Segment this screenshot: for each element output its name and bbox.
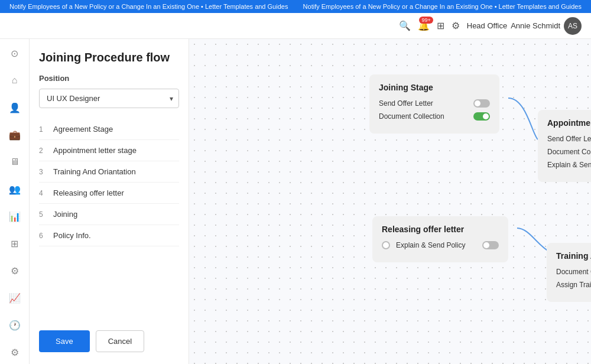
appointment-task-send-offer: Send Offer Letter xyxy=(547,135,591,143)
sidebar: ⊙ ⌂ 👤 💼 🖥 👥 📊 ⊞ ⚙ 📈 🕐 ⚙ 📢 📉 👤 ★ xyxy=(0,39,30,364)
sidebar-item-clock[interactable]: 🕐 xyxy=(7,317,23,333)
stage-list-item[interactable]: 1 Agreement Stage xyxy=(39,119,179,140)
stage-list-item[interactable]: 4 Releasing offer letter xyxy=(39,183,179,204)
training-task-doc-collection-label: Document Collection xyxy=(556,268,591,276)
sidebar-item-briefcase[interactable]: 💼 xyxy=(7,126,23,143)
appointment-stage-title: Appointment letter Stage xyxy=(547,118,591,128)
appointment-stage-card: Appointment letter Stage Send Offer Lett… xyxy=(538,110,591,182)
appointment-task-doc-collection-label: Document Collection xyxy=(547,148,591,156)
appointment-task-doc-collection: Document Collection xyxy=(547,148,591,156)
stage-name: Training And Oriantation xyxy=(53,167,136,176)
bell-icon[interactable]: 🔔 99+ xyxy=(418,20,430,31)
stage-name: Joining xyxy=(53,210,77,219)
clock-sidebar-icon: 🕐 xyxy=(9,319,21,331)
joining-send-offer-toggle[interactable] xyxy=(473,99,490,108)
joining-task-send-offer-label: Send Offer Letter xyxy=(379,99,467,108)
stage-num: 5 xyxy=(39,210,47,219)
footer-buttons: Save Cancel xyxy=(39,330,179,352)
sidebar-item-monitor[interactable]: 🖥 xyxy=(7,154,23,170)
stage-list-item[interactable]: 6 Policy Info. xyxy=(39,225,179,246)
header: 🔍 🔔 99+ ⊞ ⚙ Head Office Annie Schmidt AS xyxy=(0,13,591,39)
releasing-task-explain-policy: Explain & Send Policy xyxy=(382,241,499,249)
sidebar-logo[interactable]: ⊙ xyxy=(7,45,23,61)
joining-doc-collection-toggle[interactable] xyxy=(473,112,490,121)
position-select-wrapper: UI UX Designer ▾ xyxy=(39,89,179,108)
sidebar-item-bar-chart[interactable]: 📈 xyxy=(7,290,23,306)
grid-sidebar-icon: ⊞ xyxy=(9,238,21,249)
position-select[interactable]: UI UX Designer xyxy=(39,89,179,108)
settings-header-icon[interactable]: ⚙ xyxy=(452,20,460,31)
user-name: Annie Schmidt xyxy=(511,21,560,30)
home-icon: ⌂ xyxy=(9,74,21,86)
training-stage-title: Training And Orientation xyxy=(556,251,591,261)
bar-chart-sidebar-icon: 📈 xyxy=(9,292,21,304)
appointment-task-explain-policy: Explain & Send Policy xyxy=(547,161,591,169)
header-icons: 🔍 🔔 99+ ⊞ ⚙ xyxy=(399,20,460,31)
office-label: Head Office xyxy=(467,21,507,30)
briefcase-icon: 💼 xyxy=(9,129,21,141)
releasing-stage-card: Releasing offer letter Explain & Send Po… xyxy=(372,216,508,262)
stage-num: 1 xyxy=(39,125,47,134)
chart-icon: 📊 xyxy=(9,210,21,222)
stage-list-item[interactable]: 5 Joining xyxy=(39,204,179,225)
header-user: Head Office Annie Schmidt AS xyxy=(467,17,582,35)
training-task-assign-trainer: Assign Trainer xyxy=(556,281,591,289)
notif-right: Notify Employees of a New Policy or a Ch… xyxy=(303,3,582,10)
joining-task-send-offer: Send Offer Letter xyxy=(379,99,490,108)
joining-stage-title: Joining Stage xyxy=(379,83,490,92)
stage-list-item[interactable]: 3 Training And Oriantation xyxy=(39,161,179,183)
releasing-task-explain-policy-label: Explain & Send Policy xyxy=(396,241,476,249)
person-icon: 👤 xyxy=(9,102,21,113)
settings-sidebar-icon: ⚙ xyxy=(9,265,21,277)
stage-name: Releasing offer letter xyxy=(53,188,124,197)
training-task-doc-collection: Document Collection xyxy=(556,268,591,276)
stage-name: Appointment letter stage xyxy=(53,146,137,155)
stage-num: 6 xyxy=(39,232,47,240)
stage-list: 1 Agreement Stage 2 Appointment letter s… xyxy=(39,119,179,321)
settings2-sidebar-icon: ⚙ xyxy=(9,346,21,358)
search-icon[interactable]: 🔍 xyxy=(399,20,411,31)
joining-task-doc-collection: Document Collection xyxy=(379,112,490,121)
monitor-icon: 🖥 xyxy=(9,156,21,168)
sidebar-item-person[interactable]: 👤 xyxy=(7,99,23,116)
sidebar-item-home[interactable]: ⌂ xyxy=(7,72,23,89)
joining-task-doc-collection-label: Document Collection xyxy=(379,112,467,121)
main-layout: ⊙ ⌂ 👤 💼 🖥 👥 📊 ⊞ ⚙ 📈 🕐 ⚙ 📢 📉 👤 ★ Joining … xyxy=(0,39,591,364)
notif-left: Notify Employees of a New Policy or a Ch… xyxy=(9,3,288,10)
save-button[interactable]: Save xyxy=(39,330,90,352)
stage-name: Policy Info. xyxy=(53,231,91,240)
sidebar-item-chart[interactable]: 📊 xyxy=(7,208,23,225)
training-task-assign-trainer-label: Assign Trainer xyxy=(556,281,591,289)
stage-num: 3 xyxy=(39,168,47,176)
people-icon: 👥 xyxy=(9,183,21,195)
left-panel: Joining Procedure flow Position UI UX De… xyxy=(30,39,189,364)
logo-icon: ⊙ xyxy=(9,47,21,59)
stage-name: Agreement Stage xyxy=(53,125,113,134)
appointment-task-explain-policy-label: Explain & Send Policy xyxy=(547,161,591,169)
flow-canvas: Joining Stage Send Offer Letter Document… xyxy=(189,39,591,364)
releasing-explain-policy-toggle[interactable] xyxy=(482,241,499,249)
content-area: Joining Procedure flow Position UI UX De… xyxy=(30,39,591,364)
avatar: AS xyxy=(564,17,582,35)
training-stage-card: Training And Orientation Document Collec… xyxy=(547,243,591,302)
releasing-explain-policy-radio[interactable] xyxy=(382,241,390,249)
appointment-task-send-offer-label: Send Offer Letter xyxy=(547,135,591,143)
notification-bar: Notify Employees of a New Policy or a Ch… xyxy=(0,0,591,13)
grid-header-icon[interactable]: ⊞ xyxy=(437,20,444,31)
stage-num: 2 xyxy=(39,147,47,155)
joining-stage-card: Joining Stage Send Offer Letter Document… xyxy=(369,74,499,134)
position-label: Position xyxy=(39,74,179,83)
cancel-button[interactable]: Cancel xyxy=(96,330,144,352)
sidebar-item-settings2[interactable]: ⚙ xyxy=(7,344,23,360)
page-title: Joining Procedure flow xyxy=(39,51,179,64)
sidebar-item-people[interactable]: 👥 xyxy=(7,181,23,197)
sidebar-item-settings[interactable]: ⚙ xyxy=(7,262,23,279)
stage-num: 4 xyxy=(39,189,47,197)
stage-list-item[interactable]: 2 Appointment letter stage xyxy=(39,140,179,161)
notification-badge: 99+ xyxy=(419,17,433,24)
sidebar-item-grid[interactable]: ⊞ xyxy=(7,235,23,252)
releasing-stage-title: Releasing offer letter xyxy=(382,225,499,234)
